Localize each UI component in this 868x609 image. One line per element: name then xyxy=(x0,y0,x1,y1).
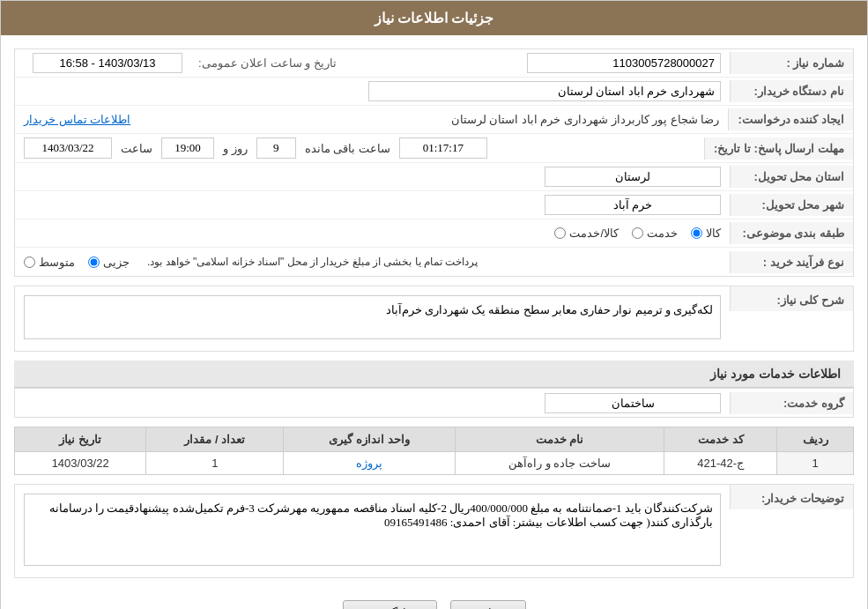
city-label: شهر محل تحویل: xyxy=(730,194,853,216)
need-description-container: document.addEventListener('DOMContentLoa… xyxy=(15,286,730,351)
category-radio-kala-khedmat[interactable] xyxy=(554,227,566,239)
buttons-row: بازگشت چاپ xyxy=(14,587,854,609)
buyer-notes-container xyxy=(15,485,730,577)
announce-date-input[interactable] xyxy=(33,53,182,73)
province-label: استان محل تحویل: xyxy=(730,166,853,188)
creator-label: ایجاد کننده درخواست: xyxy=(728,108,853,130)
row-city: شهر محل تحویل: xyxy=(15,191,853,219)
row-category: طبقه بندی موضوعی: کالا/خدمت خدمت کالا xyxy=(15,219,853,248)
category-radio-group: کالا/خدمت خدمت کالا xyxy=(545,222,730,244)
row-province: استان محل تحویل: xyxy=(15,163,853,191)
process-option-motavasset[interactable]: متوسط xyxy=(24,256,75,269)
cell-row-0: 1 xyxy=(777,452,854,475)
cell-name-0: ساخت جاده و راه‌آهن xyxy=(455,452,664,475)
page-wrapper: جزئیات اطلاعات نیاز شماره نیاز : تاریخ و… xyxy=(0,0,868,609)
category-radio-kala[interactable] xyxy=(691,227,702,239)
process-radio-motavasset[interactable] xyxy=(24,256,35,268)
city-value xyxy=(15,191,730,219)
category-kala-label: کالا xyxy=(706,227,721,240)
col-header-unit: واحد اندازه گیری xyxy=(284,427,456,452)
process-label: نوع فرآیند خرید : xyxy=(730,251,853,273)
contact-link-text[interactable]: اطلاعات تماس خریدار xyxy=(24,113,130,126)
row-need-number: شماره نیاز : تاریخ و ساعت اعلان عمومی: xyxy=(15,49,853,78)
category-radio-khedmat[interactable] xyxy=(632,227,643,239)
process-option-jozi[interactable]: جزیی xyxy=(88,256,130,269)
cell-code-0: ج-42-421 xyxy=(664,452,777,475)
form-section-service-group: گروه خدمت: xyxy=(14,388,854,418)
buyer-name-input[interactable] xyxy=(368,81,721,101)
announce-date-label: تاریخ و ساعت اعلان عمومی: xyxy=(191,56,344,70)
creator-value: رضا شجاع پور کاربرداز شهرداری خرم اباد ا… xyxy=(139,109,728,130)
print-button[interactable]: چاپ xyxy=(450,600,526,609)
page-header: جزئیات اطلاعات نیاز xyxy=(1,1,867,35)
row-buyer-name: نام دستگاه خریدار: xyxy=(15,78,853,106)
process-radio-group: متوسط جزیی xyxy=(24,256,130,269)
row-process: نوع فرآیند خرید : متوسط جزیی پرداخت تمام… xyxy=(15,248,853,276)
contact-link[interactable]: اطلاعات تماس خریدار xyxy=(15,109,139,130)
services-section-title: اطلاعات خدمات مورد نیاز xyxy=(14,360,854,388)
service-group-input[interactable] xyxy=(545,393,721,413)
buyer-notes-textarea[interactable] xyxy=(24,494,721,566)
category-option-kala[interactable]: کالا xyxy=(691,227,721,240)
table-section: ردیف کد خدمت نام خدمت واحد اندازه گیری ت… xyxy=(14,427,854,475)
table-row: 1 ج-42-421 ساخت جاده و راه‌آهن پروژه 1 1… xyxy=(15,452,854,475)
row-deadline: مهلت ارسال پاسخ: تا تاریخ: ساعت روز و سا… xyxy=(15,134,853,163)
service-group-label: گروه خدمت: xyxy=(730,392,853,414)
process-value: متوسط جزیی پرداخت تمام یا بخشی از مبلغ خ… xyxy=(15,252,730,272)
category-option-khedmat[interactable]: خدمت xyxy=(632,227,678,240)
form-section-description: شرح کلی نیاز: document.addEventListener(… xyxy=(14,286,854,352)
process-note: پرداخت تمام یا بخشی از مبلغ خریدار از مح… xyxy=(147,256,478,268)
services-table: ردیف کد خدمت نام خدمت واحد اندازه گیری ت… xyxy=(14,427,854,475)
process-jozi-label: جزیی xyxy=(103,256,130,269)
col-header-qty: تعداد / مقدار xyxy=(146,427,284,452)
row-service-group: گروه خدمت: xyxy=(15,389,853,417)
need-description-label: شرح کلی نیاز: xyxy=(730,286,853,311)
deadline-remaining-input[interactable] xyxy=(399,137,487,159)
main-content: شماره نیاز : تاریخ و ساعت اعلان عمومی: ن… xyxy=(1,35,867,609)
deadline-time-label: ساعت xyxy=(121,142,152,155)
col-header-date: تاریخ نیاز xyxy=(15,427,146,452)
deadline-label: مهلت ارسال پاسخ: تا تاریخ: xyxy=(704,137,853,160)
deadline-day-label: روز و xyxy=(223,142,248,155)
category-kala-khedmat-label: کالا/خدمت xyxy=(569,227,619,240)
process-motavasset-label: متوسط xyxy=(39,256,75,269)
need-number-label: شماره نیاز : xyxy=(730,52,853,74)
buyer-name-value xyxy=(15,78,730,105)
deadline-remaining-label: ساعت باقی مانده xyxy=(305,142,390,155)
announce-date-value xyxy=(15,49,191,77)
province-input[interactable] xyxy=(545,167,721,187)
need-description-textarea[interactable] xyxy=(24,295,721,339)
col-header-code: کد خدمت xyxy=(664,427,777,452)
col-header-name: نام خدمت xyxy=(455,427,664,452)
page-title: جزئیات اطلاعات نیاز xyxy=(375,11,494,26)
table-body: 1 ج-42-421 ساخت جاده و راه‌آهن پروژه 1 1… xyxy=(15,452,854,475)
row-need-description: شرح کلی نیاز: document.addEventListener(… xyxy=(15,286,853,351)
creator-text: رضا شجاع پور کاربرداز شهرداری خرم اباد ا… xyxy=(451,113,720,126)
col-header-row: ردیف xyxy=(777,427,854,452)
cell-date-0: 1403/03/22 xyxy=(15,452,146,475)
row-creator: ایجاد کننده درخواست: رضا شجاع پور کاربرد… xyxy=(15,106,853,134)
deadline-row-content: ساعت روز و ساعت باقی مانده xyxy=(15,134,704,162)
buyer-notes-label: توضیحات خریدار: xyxy=(730,485,853,509)
process-radio-jozi[interactable] xyxy=(88,256,100,268)
category-khedmat-label: خدمت xyxy=(647,227,678,240)
need-number-value xyxy=(344,49,730,77)
category-label: طبقه بندی موضوعی: xyxy=(730,222,853,244)
cell-qty-0: 1 xyxy=(146,452,284,475)
province-value xyxy=(15,163,730,190)
deadline-date-input[interactable] xyxy=(24,137,112,159)
form-section-notes: توضیحات خریدار: xyxy=(14,484,854,578)
need-number-input[interactable] xyxy=(527,53,721,73)
deadline-time-input[interactable] xyxy=(161,137,214,159)
cell-unit-0: پروژه xyxy=(284,452,456,475)
category-option-kala-khedmat[interactable]: کالا/خدمت xyxy=(554,227,619,240)
deadline-days-input[interactable] xyxy=(256,137,296,159)
row-buyer-notes: توضیحات خریدار: xyxy=(15,485,853,577)
city-input[interactable] xyxy=(545,195,721,215)
form-section-main: شماره نیاز : تاریخ و ساعت اعلان عمومی: ن… xyxy=(14,48,854,277)
back-button[interactable]: بازگشت xyxy=(343,600,437,609)
buyer-name-label: نام دستگاه خریدار: xyxy=(730,80,853,102)
table-header-row: ردیف کد خدمت نام خدمت واحد اندازه گیری ت… xyxy=(15,427,854,452)
service-group-value xyxy=(15,390,730,417)
